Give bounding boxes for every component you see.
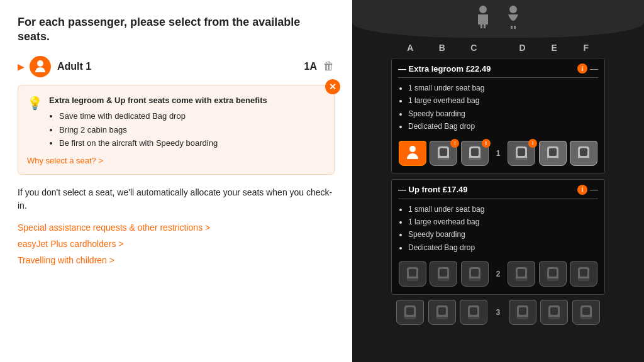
- seat-1d[interactable]: !: [508, 141, 535, 166]
- svg-rect-40: [580, 269, 587, 277]
- extra-legroom-header: — Extra legroom £22.49 i —: [398, 63, 598, 78]
- svg-rect-47: [436, 317, 448, 319]
- bulb-icon: 💡: [27, 96, 43, 111]
- svg-rect-46: [438, 307, 446, 315]
- row-1-number: 1: [492, 149, 504, 158]
- why-seat-link[interactable]: Why select a seat? >: [27, 156, 324, 165]
- svg-rect-59: [580, 317, 592, 319]
- svg-rect-3: [480, 25, 482, 28]
- allocate-text: If you don't select a seat, we'll automa…: [18, 186, 335, 212]
- column-headers: A B C D E F: [394, 40, 602, 55]
- up-front-info-icon[interactable]: i: [577, 185, 587, 195]
- svg-rect-56: [548, 317, 560, 319]
- seat-2b[interactable]: [430, 261, 457, 287]
- svg-rect-55: [550, 307, 558, 315]
- svg-rect-10: [440, 148, 447, 156]
- tooltip-benefit-1: Save time with dedicated Bag drop: [59, 110, 267, 123]
- col-e: E: [540, 43, 568, 53]
- benefit-uf-3: Speedy boarding: [408, 228, 598, 241]
- seat-1f[interactable]: [570, 141, 597, 166]
- warning-badge-1b: !: [450, 139, 459, 148]
- svg-rect-32: [469, 278, 480, 281]
- tooltip-benefit-3: Be first on the aircraft with Speedy boa…: [59, 137, 267, 150]
- svg-rect-37: [549, 269, 557, 277]
- svg-rect-16: [518, 148, 525, 156]
- up-front-section: — Up front £17.49 i — 1 small under seat…: [391, 179, 605, 295]
- extra-legroom-section: — Extra legroom £22.49 i — 1 small under…: [391, 58, 605, 174]
- tooltip-close-button[interactable]: ✕: [325, 79, 340, 94]
- benefit-el-1: 1 small under seat bag: [408, 82, 598, 94]
- col-c: C: [460, 43, 487, 53]
- extra-legroom-info-icon[interactable]: i: [577, 63, 587, 74]
- seat-2d[interactable]: [508, 261, 535, 287]
- svg-point-5: [509, 6, 517, 13]
- up-front-benefits: 1 small under seat bag 1 large overhead …: [398, 203, 598, 255]
- svg-rect-26: [407, 278, 418, 281]
- svg-rect-6: [511, 26, 513, 29]
- svg-rect-23: [578, 158, 589, 160]
- plane-nose: [352, 0, 644, 38]
- svg-point-8: [409, 146, 416, 152]
- svg-rect-50: [468, 317, 479, 319]
- svg-point-1: [479, 6, 487, 13]
- seat-3a[interactable]: [396, 300, 424, 325]
- svg-rect-49: [470, 307, 477, 315]
- svg-rect-34: [518, 269, 525, 277]
- svg-rect-29: [438, 278, 449, 281]
- seat-3b[interactable]: [428, 300, 456, 325]
- seat-3c[interactable]: [460, 300, 487, 325]
- female-toilet-icon: [504, 4, 522, 34]
- row-1-seats: ! ! 1 !: [398, 138, 598, 168]
- avatar: [30, 56, 51, 77]
- warning-badge-1d: !: [528, 139, 537, 148]
- tooltip-content: Extra legroom & Up front seats come with…: [49, 94, 267, 151]
- svg-rect-20: [547, 158, 558, 160]
- page-title: For each passenger, please select from t…: [18, 15, 335, 45]
- row-2-number: 2: [492, 270, 504, 278]
- seat-2f[interactable]: [570, 261, 597, 287]
- svg-rect-11: [438, 158, 449, 160]
- svg-rect-58: [582, 307, 590, 315]
- svg-point-0: [37, 60, 43, 67]
- benefit-uf-2: 1 large overhead bag: [408, 216, 598, 228]
- benefit-el-4: Dedicated Bag drop: [408, 120, 598, 133]
- seat-1a[interactable]: [399, 141, 426, 166]
- seat-3e[interactable]: [540, 300, 568, 325]
- seat-2e[interactable]: [539, 261, 567, 287]
- row-3-seats: 3: [391, 297, 605, 327]
- svg-rect-22: [580, 148, 587, 156]
- passenger-row: ▶ Adult 1 1A 🗑: [18, 56, 335, 77]
- seat-2a[interactable]: [399, 261, 426, 287]
- delete-seat-icon[interactable]: 🗑: [323, 60, 335, 73]
- svg-rect-35: [516, 278, 527, 281]
- col-d: D: [509, 43, 536, 53]
- svg-rect-2: [478, 14, 488, 25]
- benefits-tooltip: ✕ 💡 Extra legroom & Up front seats come …: [18, 85, 335, 175]
- extra-legroom-benefits: 1 small under seat bag 1 large overhead …: [398, 82, 598, 133]
- special-assistance-link[interactable]: Special assistance requests & other rest…: [18, 222, 335, 233]
- benefit-uf-1: 1 small under seat bag: [408, 203, 598, 216]
- tooltip-benefit-2: Bring 2 cabin bags: [59, 124, 267, 136]
- seat-3d[interactable]: [509, 300, 536, 325]
- svg-rect-31: [471, 269, 479, 277]
- svg-rect-17: [516, 158, 527, 160]
- travelling-children-link[interactable]: Travelling with children >: [18, 255, 335, 265]
- svg-rect-38: [547, 278, 558, 281]
- seat-2c[interactable]: [461, 261, 489, 287]
- svg-rect-44: [404, 317, 416, 319]
- col-a: A: [396, 43, 424, 53]
- seat-3f[interactable]: [572, 300, 600, 325]
- seat-1e[interactable]: [539, 141, 567, 166]
- row-3-number: 3: [492, 308, 504, 317]
- svg-rect-7: [514, 26, 516, 29]
- seat-1c[interactable]: !: [461, 141, 489, 166]
- benefit-el-2: 1 large overhead bag: [408, 94, 598, 107]
- seat-map-panel: A B C D E F — Extra legroom £22.49 i — 1…: [352, 0, 644, 362]
- row-2-seats: 2: [398, 259, 598, 289]
- svg-rect-4: [484, 25, 486, 28]
- seat-1b[interactable]: !: [430, 141, 457, 166]
- svg-rect-13: [471, 148, 479, 156]
- tooltip-title: Extra legroom & Up front seats come with…: [49, 94, 267, 107]
- easyjet-plus-link[interactable]: easyJet Plus cardholders >: [18, 239, 335, 249]
- svg-rect-25: [409, 269, 416, 277]
